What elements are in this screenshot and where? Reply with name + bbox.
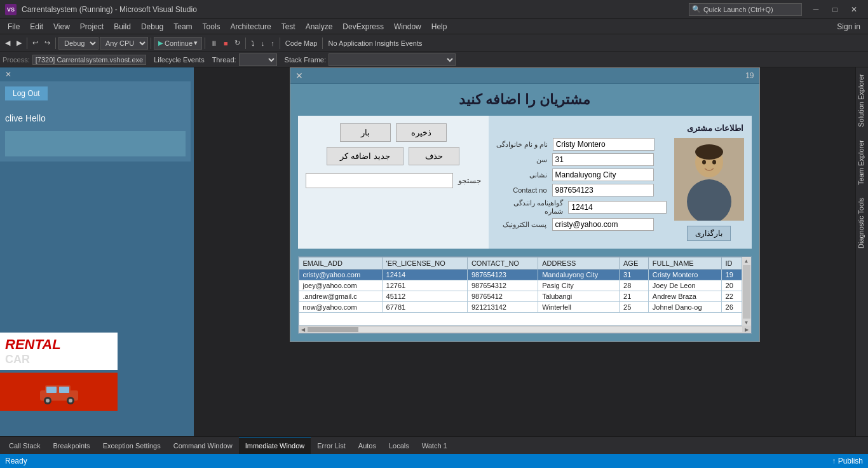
scrollbar-track[interactable] (308, 327, 742, 332)
toolbar-sep-5 (245, 38, 246, 49)
toolbar-back-btn[interactable]: ◀ (3, 36, 13, 50)
cell-id: 20 (721, 280, 742, 291)
scroll-up-arrow[interactable]: ▲ (744, 258, 749, 264)
process-value: [7320] Carrentalsystem.vshost.exe (32, 55, 146, 65)
right-sidebar: Solution Explorer Team Explorer Diagnost… (855, 67, 868, 436)
continue-button[interactable]: ▶ Continue ▾ (154, 37, 202, 50)
cell-license: 45112 (382, 291, 467, 302)
contact-input[interactable] (552, 184, 654, 196)
menu-window[interactable]: Window (389, 19, 426, 34)
menu-team[interactable]: Team (168, 19, 197, 34)
quick-launch-input[interactable] (703, 6, 799, 13)
scroll-left-arrow[interactable]: ◀ (299, 327, 308, 333)
app-close-icon[interactable]: ✕ (5, 70, 11, 79)
thread-label: Thread: (212, 56, 236, 64)
thread-dropdown[interactable] (239, 53, 277, 66)
table-row[interactable]: joey@yahoo.com 12761 987654312 Pasig Cit… (299, 280, 742, 291)
menu-file[interactable]: File (3, 19, 25, 34)
restart-btn[interactable]: ↻ (232, 36, 243, 50)
name-input[interactable] (553, 138, 654, 151)
menu-view[interactable]: View (48, 19, 75, 34)
sidebar-tab-team-explorer[interactable]: Team Explorer (856, 134, 868, 191)
tab-breakpoints[interactable]: Breakpoints (47, 437, 97, 455)
menu-analyze[interactable]: Analyze (301, 19, 338, 34)
menu-help[interactable]: Help (426, 19, 452, 34)
age-input[interactable] (552, 153, 654, 166)
upload-button[interactable]: بارگذاری (687, 226, 731, 241)
table-row[interactable]: cristy@yahoo.com 12414 987654123 Mandalu… (299, 270, 742, 280)
modal-close-button[interactable]: ✕ (295, 71, 303, 81)
stack-dropdown[interactable] (329, 53, 456, 66)
scroll-down-arrow[interactable]: ▼ (744, 320, 749, 326)
menu-build[interactable]: Build (109, 19, 136, 34)
svg-point-5 (46, 399, 50, 403)
menu-test[interactable]: Test (276, 19, 301, 34)
name-row: نام و نام خانوادگی (496, 138, 667, 151)
search-input[interactable] (306, 173, 453, 188)
save-button[interactable]: ذخیره (396, 123, 447, 142)
cell-fullname: Cristy Montero (648, 270, 721, 280)
table-row[interactable]: .andrew@gmail.c 45112 98765412 Talubangi… (299, 291, 742, 302)
step-into-btn[interactable]: ↓ (259, 36, 268, 50)
cell-age: 28 (620, 280, 649, 291)
debug-dropdown[interactable]: Debug (58, 37, 98, 50)
tab-locals[interactable]: Locals (383, 437, 416, 455)
scrollbar-thumb[interactable] (308, 327, 358, 332)
table-horizontal-scrollbar[interactable]: ◀ ▶ (299, 326, 751, 333)
tab-immediate-window[interactable]: Immediate Window (239, 437, 311, 455)
license-input[interactable] (568, 201, 666, 214)
tab-exception-settings[interactable]: Exception Settings (97, 437, 167, 455)
menu-edit[interactable]: Edit (25, 19, 48, 34)
step-over-btn[interactable]: ⤵ (248, 36, 257, 50)
search-icon: 🔍 (692, 5, 701, 13)
publish-button[interactable]: ↑ Publish (832, 457, 863, 465)
menu-project[interactable]: Project (75, 19, 109, 34)
email-input[interactable] (552, 218, 654, 231)
table-row[interactable]: now@yahoo.com 67781 921213142 Winterfell… (299, 302, 742, 313)
stop-btn[interactable]: ■ (221, 36, 231, 50)
menu-debug[interactable]: Debug (136, 19, 168, 34)
process-label: Process: (3, 56, 30, 64)
menu-devexpress[interactable]: DevExpress (337, 19, 389, 34)
cell-age: 31 (620, 270, 649, 280)
toolbar-forward-btn[interactable]: ▶ (14, 36, 24, 50)
code-map-btn[interactable]: Code Map (283, 36, 320, 50)
pause-btn[interactable]: ⏸ (208, 36, 220, 50)
modal-number: 19 (745, 71, 754, 80)
add-new-button[interactable]: جدید اضافه کر (327, 147, 403, 165)
table-right-scroll[interactable]: ▲ ▼ (742, 257, 751, 326)
sidebar-tab-solution-explorer[interactable]: Solution Explorer (856, 67, 868, 134)
debug-tabs-bar: Call Stack Breakpoints Exception Setting… (0, 436, 868, 454)
close-window-button[interactable]: ✕ (845, 3, 863, 16)
toolbar-redo-btn[interactable]: ↪ (42, 36, 53, 50)
address-row: نشانی (496, 169, 667, 181)
delete-button[interactable]: حذف (409, 147, 459, 165)
logout-button[interactable]: Log Out (5, 86, 48, 100)
minimize-button[interactable]: ─ (807, 3, 825, 16)
toolbar-undo-btn[interactable]: ↩ (30, 36, 41, 50)
cell-contact: 987654123 (467, 270, 538, 280)
action-buttons-row1: بار ذخیره (306, 123, 481, 142)
svg-point-13 (712, 160, 716, 165)
address-input[interactable] (552, 169, 654, 181)
load-button[interactable]: بار (340, 123, 391, 142)
action-buttons-row2: جدید اضافه کر حذف (306, 147, 481, 165)
step-out-btn[interactable]: ↑ (268, 36, 277, 50)
photo-box (674, 138, 744, 221)
col-license: 'ER_LICENSE_NO (382, 258, 467, 270)
tab-command-window[interactable]: Command Window (167, 437, 239, 455)
menu-tools[interactable]: Tools (198, 19, 226, 34)
table-scroll-area[interactable]: EMAIL_ADD 'ER_LICENSE_NO CONTACT_NO ADDR… (299, 257, 742, 326)
quick-launch-bar[interactable]: 🔍 (689, 3, 802, 16)
tab-error-list[interactable]: Error List (311, 437, 352, 455)
cpu-dropdown[interactable]: Any CPU (100, 37, 148, 50)
signin-link[interactable]: Sign in (832, 19, 865, 34)
tab-autos[interactable]: Autos (352, 437, 383, 455)
sidebar-tab-diagnostic-tools[interactable]: Diagnostic Tools (856, 191, 868, 255)
insights-btn[interactable]: No Application Insights Events (325, 36, 424, 50)
tab-watch-1[interactable]: Watch 1 (416, 437, 454, 455)
scroll-right-arrow[interactable]: ▶ (742, 327, 751, 333)
maximize-button[interactable]: □ (826, 3, 844, 16)
menu-architecture[interactable]: Architecture (226, 19, 276, 34)
tab-call-stack[interactable]: Call Stack (3, 437, 47, 455)
